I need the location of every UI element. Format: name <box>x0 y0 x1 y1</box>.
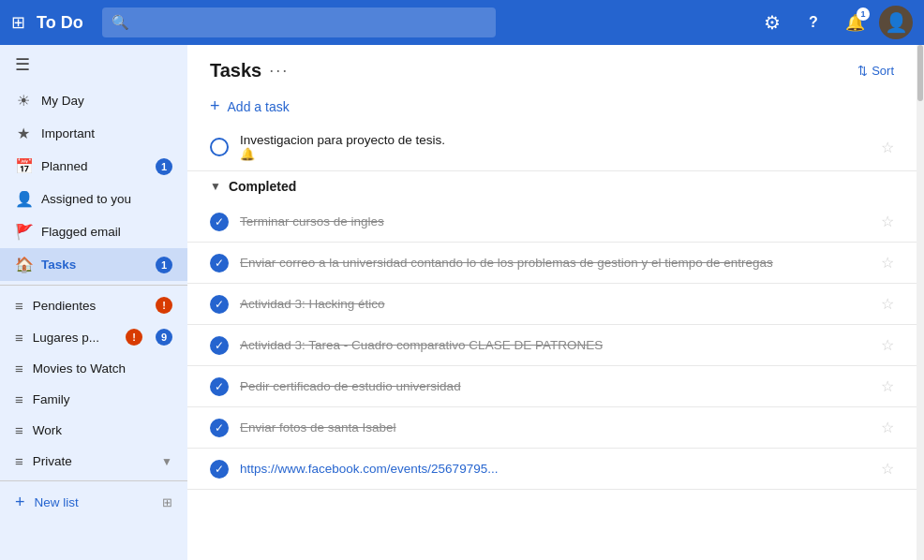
tasks-badge: 1 <box>156 257 172 273</box>
exclamation-badge: ! <box>156 297 172 314</box>
content-scrollbar[interactable] <box>917 45 924 560</box>
sidebar-item-assigned[interactable]: 👤 Assigned to you <box>0 183 187 215</box>
task-star-button[interactable]: ☆ <box>881 254 894 272</box>
grid-icon[interactable]: ⊞ <box>11 12 25 33</box>
notification-badge: 1 <box>857 7 870 21</box>
completed-section-header[interactable]: ▼ Completed <box>187 171 917 201</box>
notification-button[interactable]: 🔔 1 <box>838 6 872 39</box>
star-icon: ★ <box>15 125 32 142</box>
bell-icon: 🔔 <box>240 147 870 161</box>
task-text: Enviar fotos de santa Isabel <box>240 420 870 435</box>
flag-icon: 🚩 <box>15 223 32 241</box>
person-icon: 👤 <box>15 190 32 208</box>
task-complete-button[interactable]: ✓ <box>210 460 229 479</box>
scroll-indicator: ▼ <box>161 455 172 468</box>
task-link[interactable]: https://www.facebook.com/events/25679795… <box>240 462 870 476</box>
task-text: Actividad 3: Hacking ético <box>240 297 870 311</box>
chevron-down-icon: ▼ <box>210 180 221 193</box>
sidebar-item-lugares[interactable]: ≡ Lugares p... ! 9 <box>0 321 187 353</box>
hamburger-button[interactable]: ☰ <box>0 45 187 84</box>
header-icons: ⚙ ? 🔔 1 👤 <box>755 6 913 39</box>
task-star-button[interactable]: ☆ <box>881 460 894 478</box>
main-layout: ☰ ☀ My Day ★ Important 📅 Planned 1 👤 Ass… <box>0 45 924 560</box>
sidebar-item-label: Important <box>41 126 95 140</box>
task-text: Enviar correo a la universidad contando … <box>240 256 870 270</box>
planned-badge: 1 <box>156 158 172 175</box>
task-row: ✓ Enviar correo a la universidad contand… <box>187 243 917 284</box>
sidebar-item-work[interactable]: ≡ Work <box>0 415 187 446</box>
search-bar[interactable]: 🔍 <box>102 7 496 37</box>
task-row: Investigacion para proyecto de tesis. 🔔 … <box>187 124 917 171</box>
sidebar: ☰ ☀ My Day ★ Important 📅 Planned 1 👤 Ass… <box>0 45 187 560</box>
task-row: ✓ Enviar fotos de santa Isabel ☆ <box>187 407 917 449</box>
task-star-button[interactable]: ☆ <box>881 336 894 354</box>
new-list-button[interactable]: + New list ⊞ <box>0 485 187 520</box>
content-header: Tasks ··· ⇅ Sort <box>187 45 917 89</box>
list-label: Family <box>33 392 70 406</box>
list-label: Private <box>33 454 72 468</box>
sidebar-item-tasks[interactable]: 🏠 Tasks 1 <box>0 248 187 281</box>
task-row: ✓ Pedir certificado de estudio universid… <box>187 366 917 407</box>
sort-label: Sort <box>872 64 894 78</box>
search-input[interactable] <box>137 15 486 30</box>
app-title: To Do <box>37 13 83 33</box>
list-icon: ≡ <box>15 453 23 469</box>
task-complete-button[interactable]: ✓ <box>210 213 229 231</box>
list-icon: ≡ <box>15 391 23 407</box>
task-text: Pedir certificado de estudio universidad <box>240 379 870 393</box>
sidebar-item-label: Assigned to you <box>41 192 131 206</box>
sidebar-item-pendientes[interactable]: ≡ Pendientes ! <box>0 289 187 321</box>
home-icon: 🏠 <box>15 256 32 273</box>
task-complete-button[interactable]: ✓ <box>210 419 229 437</box>
add-task-row[interactable]: + Add a task <box>187 89 917 124</box>
more-options-button[interactable]: ··· <box>269 61 289 81</box>
sidebar-item-label: Planned <box>41 159 88 173</box>
sidebar-item-important[interactable]: ★ Important <box>0 117 187 150</box>
calendar-icon: 📅 <box>15 157 32 175</box>
add-task-label: Add a task <box>228 99 290 114</box>
task-row: ✓ Actividad 3: Hacking ético ☆ <box>187 284 917 325</box>
sidebar-item-label: Tasks <box>41 258 76 272</box>
task-star-button[interactable]: ☆ <box>881 213 894 230</box>
task-complete-button[interactable]: ✓ <box>210 336 229 355</box>
sort-button[interactable]: ⇅ Sort <box>857 64 894 78</box>
task-row: ✓ https://www.facebook.com/events/256797… <box>187 449 917 490</box>
task-star-button[interactable]: ☆ <box>881 419 894 436</box>
help-button[interactable]: ? <box>797 6 830 39</box>
count-badge: 9 <box>156 329 172 346</box>
task-content: Investigacion para proyecto de tesis. 🔔 <box>240 133 870 161</box>
avatar[interactable]: 👤 <box>879 6 913 39</box>
sidebar-item-movies[interactable]: ≡ Movies to Watch <box>0 353 187 384</box>
sun-icon: ☀ <box>15 92 32 110</box>
content-title: Tasks <box>210 60 261 81</box>
sidebar-divider <box>0 285 187 286</box>
task-complete-button[interactable] <box>210 138 229 156</box>
list-label: Lugares p... <box>33 331 99 345</box>
sidebar-item-family[interactable]: ≡ Family <box>0 384 187 415</box>
task-complete-button[interactable]: ✓ <box>210 295 229 314</box>
sidebar-item-my-day[interactable]: ☀ My Day <box>0 84 187 117</box>
app-header: ⊞ To Do 🔍 ⚙ ? 🔔 1 👤 <box>0 0 924 45</box>
search-icon: 🔍 <box>112 14 129 31</box>
sidebar-item-private[interactable]: ≡ Private ▼ <box>0 446 187 477</box>
sidebar-item-label: Flagged email <box>41 225 121 239</box>
task-star-button[interactable]: ☆ <box>881 377 894 395</box>
task-star-button[interactable]: ☆ <box>881 139 894 156</box>
plus-icon: + <box>15 493 25 512</box>
task-star-button[interactable]: ☆ <box>881 295 894 313</box>
new-list-export-icon: ⊞ <box>162 495 172 509</box>
task-row: ✓ Terminar cursos de ingles ☆ <box>187 201 917 243</box>
sidebar-item-planned[interactable]: 📅 Planned 1 <box>0 150 187 183</box>
sidebar-item-label: My Day <box>41 94 84 108</box>
task-complete-button[interactable]: ✓ <box>210 377 229 396</box>
task-complete-button[interactable]: ✓ <box>210 254 229 273</box>
list-label: Pendientes <box>33 299 97 313</box>
exclamation-badge: ! <box>126 329 142 346</box>
settings-button[interactable]: ⚙ <box>755 6 789 39</box>
new-list-label: New list <box>35 495 79 509</box>
task-row: ✓ Actividad 3: Tarea - Cuadro comparativ… <box>187 325 917 366</box>
list-label: Work <box>33 423 62 437</box>
sidebar-item-flagged[interactable]: 🚩 Flagged email <box>0 215 187 248</box>
settings-icon: ⚙ <box>764 11 781 34</box>
scrollbar-thumb[interactable] <box>917 45 923 101</box>
